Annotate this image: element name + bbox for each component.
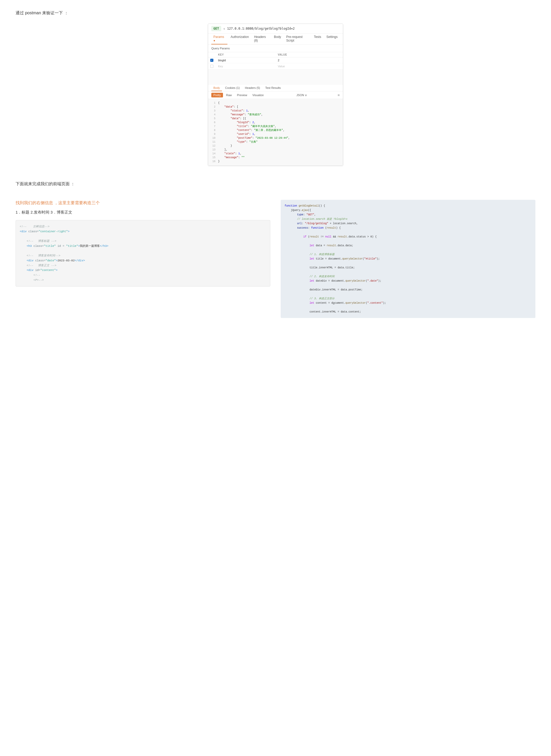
code-line: <div class="date">2023-03-02</div> — [20, 258, 266, 263]
code-line: dateDiv.innerHTML = data.postTime; — [285, 288, 532, 292]
col-check — [208, 52, 216, 57]
tab-authorization[interactable]: Authorization — [228, 34, 251, 44]
url-field: 127.0.0.1:8080/blog/getblog?blogId=2 — [227, 27, 340, 30]
js-code-block: function getBlogDetail() { jQuery.ajax({… — [281, 200, 535, 318]
code-line — [285, 248, 532, 252]
body-tab-cookies[interactable]: Cookies (1) — [223, 85, 242, 91]
code-line: <!-- — [20, 273, 266, 278]
code-line: <div class="container-right"> — [20, 229, 266, 234]
code-line: let title = document.querySelector("#tit… — [285, 257, 532, 261]
code-line — [285, 261, 532, 266]
json-response: 1{ 2 "data": [ 3 "status": 1, 4 "message… — [208, 99, 343, 165]
code-line: <h3 class="title" id = "title">我的第一篇博客</… — [20, 244, 266, 249]
format-pretty[interactable]: Pretty — [211, 93, 223, 97]
code-line: // 2. 构造发布时间 — [285, 274, 532, 279]
code-line: <!-- 博客发布时间--> — [20, 253, 266, 258]
key-placeholder: Key — [218, 65, 223, 68]
code-line — [285, 239, 532, 243]
code-line: title.innerHTML = data.title; — [285, 266, 532, 270]
code-line: // 3. 构造正文部分 — [285, 296, 532, 301]
code-line: let content = document.querySelector(".c… — [285, 301, 532, 305]
code-line: // location.search 就是 ?blogId=x — [285, 217, 532, 221]
params-table: KEY VALUE ✓ blogId 2 Key — [208, 52, 343, 69]
code-line: jQuery.ajax({ — [285, 208, 532, 213]
code-line: url: "/blog/getblog" + location.search, — [285, 221, 532, 226]
postman-tabs: Params ● Authorization Headers (8) Body … — [208, 34, 343, 45]
code-line: <P>--> — [20, 278, 266, 283]
intro-text: 通过 postman 来验证一下 ： — [16, 10, 535, 16]
code-line: <div id="content"> — [20, 268, 266, 273]
bottom-intro: 下面就来完成我们的前端页面 ： — [16, 181, 535, 187]
code-line: if (result != null && result.data.status… — [285, 235, 532, 239]
code-line — [20, 248, 266, 253]
right-column: function getBlogDetail() { jQuery.ajax({… — [281, 200, 535, 318]
code-line: <!-- 古树信息--> — [20, 224, 266, 229]
postman-url-bar: GET ∨ 127.0.0.1:8080/blog/getblog?blogId… — [208, 24, 343, 34]
code-line: <!-- 博客标题 --> — [20, 239, 266, 244]
tab-settings[interactable]: Settings — [324, 34, 340, 44]
code-line: let data = result.data.data; — [285, 243, 532, 248]
checkbox-empty — [210, 65, 213, 68]
code-line — [20, 234, 266, 239]
code-line: type: "GET", — [285, 213, 532, 217]
format-tabs: Pretty Raw Preview Visualize JSON ∨ ≡ — [208, 91, 343, 99]
format-visualize[interactable]: Visualize — [250, 93, 266, 97]
code-line: content.innerHTML = data.content; — [285, 310, 532, 314]
body-tab-headers[interactable]: Headers (5) — [243, 85, 262, 91]
table-row-placeholder: Key Value — [208, 63, 343, 69]
checkbox-checked[interactable]: ✓ — [210, 59, 213, 62]
code-line — [285, 305, 532, 310]
left-column: 找到我们的右侧信息 ，这里主要需要构造三个 1．标题 2.发布时间 3．博客正文… — [16, 200, 270, 318]
format-raw[interactable]: Raw — [224, 93, 234, 97]
code-line — [285, 283, 532, 288]
body-tab-testresults[interactable]: Test Results — [263, 85, 283, 91]
param-key: blogId — [216, 57, 276, 63]
http-method: GET — [211, 26, 221, 31]
code-line — [285, 230, 532, 235]
param-value: 2 — [276, 57, 343, 63]
spacer — [208, 69, 343, 85]
tab-params[interactable]: Params ● — [211, 34, 227, 44]
value-placeholder: Value — [278, 65, 285, 68]
postman-mockup: GET ∨ 127.0.0.1:8080/blog/getblog?blogId… — [208, 24, 343, 166]
body-tab-body[interactable]: Body — [211, 85, 222, 91]
row-check: ✓ — [208, 57, 216, 63]
row-check-empty — [208, 63, 216, 69]
col-heading: 找到我们的右侧信息 ，这里主要需要构造三个 — [16, 200, 270, 206]
filter-icon[interactable]: ≡ — [338, 93, 340, 97]
col-key: KEY — [216, 52, 276, 57]
tab-tests[interactable]: Tests — [312, 34, 323, 44]
code-line: success: function (result) { — [285, 226, 532, 230]
code-line: // 1. 构造博客标题 — [285, 252, 532, 257]
tab-prerequest[interactable]: Pre-request Script — [284, 34, 311, 44]
code-line — [285, 292, 532, 296]
body-tabs: Body Cookies (1) Headers (5) Test Result… — [208, 85, 343, 91]
code-line: <!-- 博客正文 --> — [20, 263, 266, 268]
code-line — [285, 270, 532, 274]
method-chevron: ∨ — [223, 27, 225, 30]
html-code-block: <!-- 古树信息--> <div class="container-right… — [16, 220, 270, 287]
tab-body[interactable]: Body — [272, 34, 283, 44]
tab-headers[interactable]: Headers (8) — [252, 34, 271, 44]
query-params-label: Query Params — [208, 45, 343, 52]
col-value: VALUE — [276, 52, 343, 57]
two-column-section: 找到我们的右侧信息 ，这里主要需要构造三个 1．标题 2.发布时间 3．博客正文… — [16, 200, 535, 318]
col-subheading: 1．标题 2.发布时间 3．博客正文 — [16, 210, 270, 215]
code-line: let dateDiv = document.querySelector(".d… — [285, 279, 532, 283]
table-row: ✓ blogId 2 — [208, 57, 343, 63]
json-dropdown[interactable]: JSON ∨ — [297, 94, 307, 97]
format-preview[interactable]: Preview — [235, 93, 249, 97]
code-line: function getBlogDetail() { — [285, 204, 532, 208]
